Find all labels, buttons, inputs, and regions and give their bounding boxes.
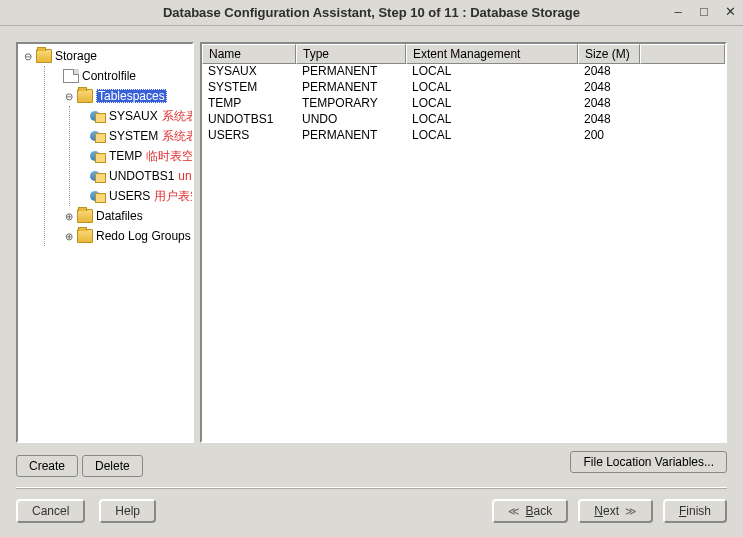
col-header-blank <box>640 44 725 64</box>
tablespace-icon <box>90 109 106 123</box>
collapse-icon[interactable]: ⊖ <box>22 50 34 62</box>
chevron-left-icon: ≪ <box>508 505 520 518</box>
tree-label: SYSAUX <box>109 109 158 123</box>
cell-name: TEMP <box>202 96 296 112</box>
annotation: 临时表空间 <box>146 148 194 165</box>
cell-ext: LOCAL <box>406 96 578 112</box>
cell-name: SYSTEM <box>202 80 296 96</box>
cell-ext: LOCAL <box>406 112 578 128</box>
col-header-name[interactable]: Name <box>202 44 296 64</box>
tree-label: SYSTEM <box>109 129 158 143</box>
cancel-button[interactable]: Cancel <box>16 499 85 523</box>
tree-node-tablespaces[interactable]: ⊖ Tablespaces <box>45 86 190 106</box>
tree-label: Storage <box>55 49 97 63</box>
expand-icon[interactable]: ⊕ <box>63 210 75 222</box>
tree-label: USERS <box>109 189 150 203</box>
cell-size: 2048 <box>578 64 640 80</box>
table-row[interactable]: SYSTEM PERMANENT LOCAL 2048 <box>202 80 725 96</box>
next-button[interactable]: Next ≫ <box>578 499 653 523</box>
cell-type: PERMANENT <box>296 64 406 80</box>
titlebar: Database Configuration Assistant, Step 1… <box>0 0 743 26</box>
cell-ext: LOCAL <box>406 128 578 144</box>
annotation: undo表空间 <box>178 168 194 185</box>
collapse-icon[interactable]: ⊖ <box>63 90 75 102</box>
tree-node-undotbs1[interactable]: UNDOTBS1 undo表空间 <box>72 166 190 186</box>
folder-icon <box>77 89 93 103</box>
tree-label: TEMP <box>109 149 142 163</box>
maximize-icon[interactable]: □ <box>697 4 711 18</box>
close-icon[interactable]: ✕ <box>723 4 737 18</box>
tablespace-icon <box>90 149 106 163</box>
col-header-size[interactable]: Size (M) <box>578 44 640 64</box>
chevron-right-icon: ≫ <box>625 505 637 518</box>
tree-node-sysaux[interactable]: SYSAUX 系统表空间 <box>72 106 190 126</box>
tree-node-controlfile[interactable]: Controlfile <box>45 66 190 86</box>
table-row[interactable]: TEMP TEMPORARY LOCAL 2048 <box>202 96 725 112</box>
table-panel: Name Type Extent Management Size (M) SYS… <box>200 42 727 443</box>
table-header: Name Type Extent Management Size (M) <box>202 44 725 64</box>
cell-type: TEMPORARY <box>296 96 406 112</box>
tree-node-temp[interactable]: TEMP 临时表空间 <box>72 146 190 166</box>
cell-name: USERS <box>202 128 296 144</box>
cell-type: UNDO <box>296 112 406 128</box>
tree-node-users[interactable]: USERS 用户表空间 <box>72 186 190 206</box>
help-button[interactable]: Help <box>99 499 156 523</box>
annotation: 系统表空间 <box>162 108 194 125</box>
cell-size: 2048 <box>578 96 640 112</box>
cell-ext: LOCAL <box>406 80 578 96</box>
folder-icon <box>77 229 93 243</box>
tree-label: Datafiles <box>96 209 143 223</box>
window-controls: – □ ✕ <box>671 4 737 18</box>
cell-type: PERMANENT <box>296 80 406 96</box>
table-row[interactable]: SYSAUX PERMANENT LOCAL 2048 <box>202 64 725 80</box>
footer: Cancel Help ≪ Back Next ≫ Finish <box>0 499 743 537</box>
window-title: Database Configuration Assistant, Step 1… <box>163 5 580 20</box>
cell-name: UNDOTBS1 <box>202 112 296 128</box>
tablespace-icon <box>90 169 106 183</box>
table-row[interactable]: USERS PERMANENT LOCAL 200 <box>202 128 725 144</box>
tree-label: UNDOTBS1 <box>109 169 174 183</box>
tree-node-redolog[interactable]: ⊕ Redo Log Groups <box>45 226 190 246</box>
annotation: 系统表空间 <box>162 128 194 145</box>
folder-icon <box>77 209 93 223</box>
table-row[interactable]: UNDOTBS1 UNDO LOCAL 2048 <box>202 112 725 128</box>
file-icon <box>63 69 79 83</box>
tree-label: Redo Log Groups <box>96 229 191 243</box>
file-location-variables-button[interactable]: File Location Variables... <box>570 451 727 473</box>
expand-icon[interactable]: ⊕ <box>63 230 75 242</box>
table-body[interactable]: SYSAUX PERMANENT LOCAL 2048 SYSTEM PERMA… <box>202 64 725 441</box>
cell-size: 2048 <box>578 80 640 96</box>
annotation: 用户表空间 <box>154 188 194 205</box>
folder-icon <box>36 49 52 63</box>
tree-node-datafiles[interactable]: ⊕ Datafiles <box>45 206 190 226</box>
cell-type: PERMANENT <box>296 128 406 144</box>
col-header-type[interactable]: Type <box>296 44 406 64</box>
tablespace-icon <box>90 189 106 203</box>
back-button[interactable]: ≪ Back <box>492 499 569 523</box>
finish-button[interactable]: Finish <box>663 499 727 523</box>
cell-ext: LOCAL <box>406 64 578 80</box>
tree-label-selected: Tablespaces <box>96 89 167 103</box>
delete-button[interactable]: Delete <box>82 455 143 477</box>
main-content: ⊖ Storage Controlfile ⊖ Tablespaces <box>0 26 743 487</box>
cell-size: 200 <box>578 128 640 144</box>
tree-node-system[interactable]: SYSTEM 系统表空间 <box>72 126 190 146</box>
window: Database Configuration Assistant, Step 1… <box>0 0 743 537</box>
tree-label: Controlfile <box>82 69 136 83</box>
col-header-extent[interactable]: Extent Management <box>406 44 578 64</box>
separator <box>16 487 727 489</box>
create-button[interactable]: Create <box>16 455 78 477</box>
cell-name: SYSAUX <box>202 64 296 80</box>
tablespace-icon <box>90 129 106 143</box>
tree-node-storage[interactable]: ⊖ Storage <box>20 46 190 66</box>
cell-size: 2048 <box>578 112 640 128</box>
tree-panel[interactable]: ⊖ Storage Controlfile ⊖ Tablespaces <box>16 42 194 443</box>
minimize-icon[interactable]: – <box>671 4 685 18</box>
